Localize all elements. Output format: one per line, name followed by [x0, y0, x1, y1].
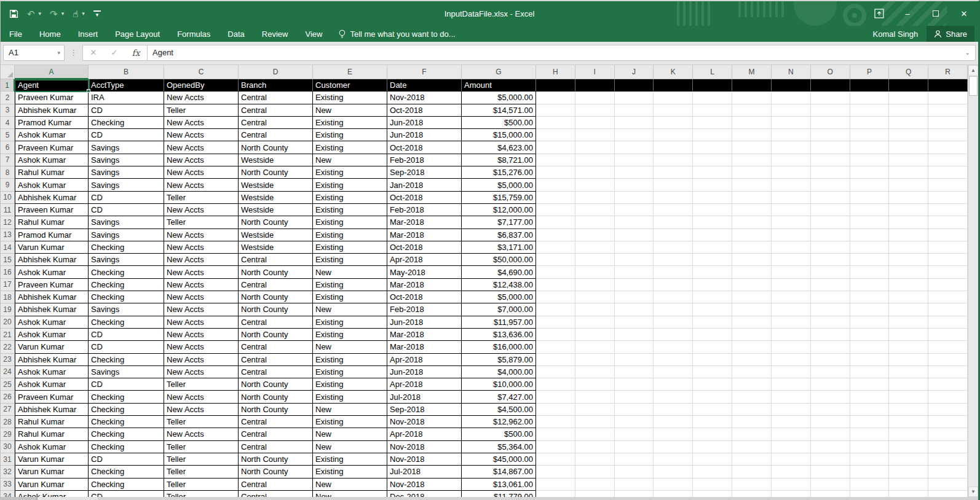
cell[interactable]: Abhishek Kumar: [15, 404, 89, 416]
row-header-7[interactable]: 7: [1, 154, 15, 166]
cell[interactable]: [811, 303, 850, 316]
cell[interactable]: [615, 192, 654, 204]
cell[interactable]: [850, 266, 890, 278]
cell[interactable]: Existing: [313, 179, 387, 191]
cell[interactable]: [928, 179, 968, 191]
cell[interactable]: [654, 216, 693, 229]
tab-file[interactable]: File: [1, 26, 31, 42]
cell[interactable]: Oct-2018: [387, 141, 462, 154]
cell[interactable]: New Accts: [164, 254, 239, 266]
cell[interactable]: [889, 479, 928, 491]
cell[interactable]: [928, 366, 968, 378]
row-header-14[interactable]: 14: [1, 241, 15, 254]
row-header-27[interactable]: 27: [1, 404, 15, 416]
cell[interactable]: Varun Kumar: [15, 466, 89, 478]
cell[interactable]: [889, 341, 928, 353]
cell[interactable]: Teller: [164, 479, 239, 491]
cell[interactable]: Abhishek Kumar: [15, 354, 89, 366]
cell[interactable]: $13,636.00: [462, 329, 536, 341]
cell[interactable]: [575, 129, 615, 141]
cell[interactable]: [654, 204, 693, 216]
cell[interactable]: [654, 229, 693, 241]
cell[interactable]: New Accts: [164, 428, 239, 440]
name-box-dropdown-icon[interactable]: ▾: [53, 50, 64, 56]
cell[interactable]: Westside: [239, 179, 313, 191]
cell[interactable]: Existing: [313, 316, 387, 329]
cell[interactable]: Existing: [313, 229, 387, 241]
cell[interactable]: Existing: [313, 279, 387, 291]
cell[interactable]: New Accts: [164, 166, 239, 179]
cell[interactable]: [575, 229, 615, 241]
row-header-16[interactable]: 16: [1, 266, 15, 278]
cell[interactable]: Sep-2018: [387, 166, 462, 179]
cell[interactable]: [693, 79, 732, 92]
cell[interactable]: [850, 166, 890, 179]
cell[interactable]: [889, 216, 928, 229]
cell[interactable]: [732, 466, 772, 478]
cell[interactable]: Existing: [313, 129, 387, 141]
cell[interactable]: [575, 92, 615, 104]
cell[interactable]: Customer: [313, 79, 387, 92]
cell[interactable]: [889, 391, 928, 403]
redo-icon[interactable]: ↷: [50, 9, 58, 18]
cell[interactable]: [615, 204, 654, 216]
cell[interactable]: [772, 291, 811, 303]
cell[interactable]: [654, 303, 693, 316]
cell[interactable]: [811, 204, 850, 216]
cell[interactable]: Mar-2018: [387, 279, 462, 291]
cell[interactable]: [889, 491, 928, 497]
column-header-G[interactable]: G: [462, 65, 536, 79]
tab-page-layout[interactable]: Page Layout: [106, 26, 168, 42]
cell[interactable]: [615, 229, 654, 241]
cell[interactable]: New: [313, 154, 387, 166]
cell[interactable]: [575, 453, 615, 466]
cell[interactable]: [850, 254, 890, 266]
cell[interactable]: [811, 391, 850, 403]
cell[interactable]: [732, 329, 772, 341]
cell[interactable]: CD: [89, 453, 164, 466]
cell[interactable]: [928, 466, 968, 478]
cell[interactable]: Rahul Kumar: [15, 216, 89, 229]
cell[interactable]: Jun-2018: [387, 129, 462, 141]
cell[interactable]: [732, 416, 772, 428]
cell[interactable]: North County: [239, 216, 313, 229]
cell[interactable]: [693, 117, 732, 129]
cell[interactable]: Savings: [89, 254, 164, 266]
row-header-10[interactable]: 10: [1, 192, 15, 204]
column-header-C[interactable]: C: [164, 65, 239, 79]
row-header-34[interactable]: 34: [1, 491, 15, 497]
cell[interactable]: Mar-2018: [387, 341, 462, 353]
cell[interactable]: [575, 441, 615, 453]
row-header-30[interactable]: 30: [1, 441, 15, 453]
cell[interactable]: $500.00: [462, 117, 536, 129]
row-header-12[interactable]: 12: [1, 216, 15, 229]
row-header-9[interactable]: 9: [1, 179, 15, 191]
cell[interactable]: [732, 254, 772, 266]
cell[interactable]: [536, 241, 575, 254]
cell[interactable]: [850, 366, 890, 378]
cell[interactable]: Jun-2018: [387, 366, 462, 378]
cell[interactable]: [732, 303, 772, 316]
cell[interactable]: [654, 104, 693, 117]
cell[interactable]: CD: [89, 192, 164, 204]
cell[interactable]: $12,438.00: [462, 279, 536, 291]
cell[interactable]: New Accts: [164, 179, 239, 191]
cell[interactable]: Branch: [239, 79, 313, 92]
cell[interactable]: Teller: [164, 453, 239, 466]
cell[interactable]: Ashok Kumar: [15, 329, 89, 341]
cell[interactable]: [889, 303, 928, 316]
column-header-B[interactable]: B: [89, 65, 164, 79]
cell[interactable]: New Accts: [164, 279, 239, 291]
cell[interactable]: Praveen Kumar: [15, 141, 89, 154]
cell[interactable]: [928, 166, 968, 179]
cell[interactable]: New: [313, 341, 387, 353]
cell[interactable]: Checking: [89, 279, 164, 291]
cell[interactable]: North County: [239, 466, 313, 478]
row-header-4[interactable]: 4: [1, 117, 15, 129]
touch-mode-dropdown-icon[interactable]: ▾: [82, 10, 85, 17]
cell[interactable]: [536, 341, 575, 353]
cell[interactable]: Apr-2018: [387, 428, 462, 440]
row-header-23[interactable]: 23: [1, 354, 15, 366]
cell[interactable]: [575, 241, 615, 254]
cell[interactable]: [615, 279, 654, 291]
